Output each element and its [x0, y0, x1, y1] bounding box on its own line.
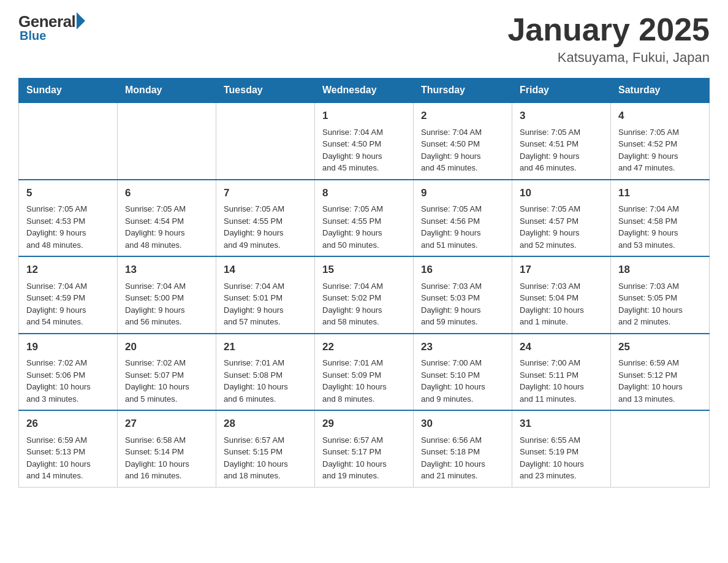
- day-info: Sunrise: 7:00 AM: [520, 357, 603, 369]
- day-info: and 19 minutes.: [322, 470, 406, 482]
- day-info: and 57 minutes.: [224, 316, 307, 328]
- day-info: Daylight: 9 hours: [125, 304, 208, 316]
- day-number: 29: [322, 416, 406, 432]
- day-info: Sunset: 5:02 PM: [322, 292, 406, 304]
- day-number: 18: [618, 262, 702, 278]
- day-info: Daylight: 10 hours: [125, 458, 208, 470]
- calendar-cell: 26Sunrise: 6:59 AMSunset: 5:13 PMDayligh…: [19, 410, 118, 487]
- day-info: Daylight: 9 hours: [26, 304, 110, 316]
- day-info: Sunset: 5:00 PM: [125, 292, 208, 304]
- location: Katsuyama, Fukui, Japan: [507, 50, 710, 66]
- page-header: General Blue January 2025 Katsuyama, Fuk…: [18, 12, 710, 66]
- calendar-week-4: 19Sunrise: 7:02 AMSunset: 5:06 PMDayligh…: [19, 334, 710, 411]
- day-info: and 21 minutes.: [421, 470, 504, 482]
- day-info: Daylight: 10 hours: [618, 381, 702, 393]
- day-info: and 56 minutes.: [125, 316, 208, 328]
- calendar-cell: 21Sunrise: 7:01 AMSunset: 5:08 PMDayligh…: [216, 334, 315, 411]
- day-info: and 58 minutes.: [322, 316, 406, 328]
- day-info: and 13 minutes.: [618, 393, 702, 405]
- day-number: 19: [26, 339, 110, 355]
- calendar-cell: 28Sunrise: 6:57 AMSunset: 5:15 PMDayligh…: [216, 410, 315, 487]
- day-number: 25: [618, 339, 702, 355]
- day-info: Sunset: 4:59 PM: [26, 292, 110, 304]
- calendar-header-monday: Monday: [118, 79, 216, 103]
- day-info: Daylight: 9 hours: [520, 227, 603, 239]
- day-number: 23: [421, 339, 504, 355]
- calendar-cell: 13Sunrise: 7:04 AMSunset: 5:00 PMDayligh…: [118, 256, 216, 334]
- calendar-cell: 15Sunrise: 7:04 AMSunset: 5:02 PMDayligh…: [315, 256, 414, 334]
- day-info: Sunrise: 7:05 AM: [322, 203, 406, 215]
- day-info: Sunset: 5:18 PM: [421, 446, 504, 458]
- calendar-cell: 2Sunrise: 7:04 AMSunset: 4:50 PMDaylight…: [414, 102, 512, 180]
- day-info: Sunrise: 7:02 AM: [125, 357, 208, 369]
- day-info: and 49 minutes.: [224, 239, 307, 251]
- day-info: Sunset: 4:50 PM: [421, 138, 504, 150]
- day-info: Sunrise: 7:05 AM: [421, 203, 504, 215]
- day-info: Sunset: 4:55 PM: [224, 215, 307, 228]
- day-number: 30: [421, 416, 504, 432]
- day-info: Sunrise: 7:04 AM: [125, 280, 208, 293]
- calendar-header-row: SundayMondayTuesdayWednesdayThursdayFrid…: [19, 79, 710, 103]
- calendar-cell: 31Sunrise: 6:55 AMSunset: 5:19 PMDayligh…: [512, 410, 611, 487]
- day-info: Sunset: 4:50 PM: [322, 138, 406, 150]
- title-section: January 2025 Katsuyama, Fukui, Japan: [507, 12, 710, 66]
- day-info: Daylight: 9 hours: [618, 150, 702, 163]
- calendar-header-saturday: Saturday: [611, 79, 710, 103]
- day-number: 4: [618, 108, 702, 124]
- calendar-cell: [611, 410, 710, 487]
- day-info: and 50 minutes.: [322, 239, 406, 251]
- day-info: and 1 minute.: [520, 316, 603, 328]
- day-number: 17: [520, 262, 603, 278]
- day-number: 8: [322, 185, 406, 201]
- day-info: and 48 minutes.: [125, 239, 208, 251]
- calendar-week-2: 5Sunrise: 7:05 AMSunset: 4:53 PMDaylight…: [19, 180, 710, 257]
- day-info: Daylight: 10 hours: [224, 381, 307, 393]
- day-info: Sunrise: 7:04 AM: [322, 126, 406, 139]
- day-number: 11: [618, 185, 702, 201]
- day-info: Sunrise: 7:05 AM: [26, 203, 110, 215]
- day-number: 22: [322, 339, 406, 355]
- day-info: and 52 minutes.: [520, 239, 603, 251]
- day-info: Sunrise: 6:55 AM: [520, 434, 603, 446]
- day-info: Daylight: 9 hours: [618, 227, 702, 239]
- day-info: Sunrise: 7:02 AM: [26, 357, 110, 369]
- calendar-cell: 23Sunrise: 7:00 AMSunset: 5:10 PMDayligh…: [414, 334, 512, 411]
- calendar-week-3: 12Sunrise: 7:04 AMSunset: 4:59 PMDayligh…: [19, 256, 710, 334]
- day-info: Sunset: 5:11 PM: [520, 369, 603, 381]
- day-number: 12: [26, 262, 110, 278]
- day-info: and 46 minutes.: [520, 162, 603, 174]
- day-info: and 2 minutes.: [618, 316, 702, 328]
- calendar-cell: 29Sunrise: 6:57 AMSunset: 5:17 PMDayligh…: [315, 410, 414, 487]
- day-info: Daylight: 9 hours: [26, 227, 110, 239]
- day-number: 16: [421, 262, 504, 278]
- day-info: and 54 minutes.: [26, 316, 110, 328]
- month-title: January 2025: [507, 12, 710, 47]
- day-info: Sunset: 4:55 PM: [322, 215, 406, 228]
- day-number: 31: [520, 416, 603, 432]
- day-info: and 45 minutes.: [322, 162, 406, 174]
- day-info: Sunset: 5:01 PM: [224, 292, 307, 304]
- day-info: Daylight: 9 hours: [224, 304, 307, 316]
- day-info: Daylight: 9 hours: [421, 304, 504, 316]
- day-info: Sunrise: 6:59 AM: [26, 434, 110, 446]
- day-number: 7: [224, 185, 307, 201]
- day-number: 9: [421, 185, 504, 201]
- day-info: Sunrise: 7:04 AM: [26, 280, 110, 293]
- day-info: Sunrise: 6:56 AM: [421, 434, 504, 446]
- day-info: Sunrise: 7:05 AM: [520, 126, 603, 139]
- calendar-cell: 11Sunrise: 7:04 AMSunset: 4:58 PMDayligh…: [611, 180, 710, 257]
- calendar-cell: 27Sunrise: 6:58 AMSunset: 5:14 PMDayligh…: [118, 410, 216, 487]
- day-info: Sunset: 5:12 PM: [618, 369, 702, 381]
- calendar-cell: 14Sunrise: 7:04 AMSunset: 5:01 PMDayligh…: [216, 256, 315, 334]
- day-info: Sunrise: 7:01 AM: [224, 357, 307, 369]
- day-info: Daylight: 10 hours: [520, 381, 603, 393]
- day-info: Sunrise: 6:57 AM: [224, 434, 307, 446]
- day-info: Sunset: 4:51 PM: [520, 138, 603, 150]
- day-info: Sunset: 5:08 PM: [224, 369, 307, 381]
- day-number: 27: [125, 416, 208, 432]
- day-info: Daylight: 10 hours: [125, 381, 208, 393]
- logo: General Blue: [18, 12, 88, 43]
- day-info: Sunrise: 7:03 AM: [618, 280, 702, 293]
- day-info: Sunrise: 6:57 AM: [322, 434, 406, 446]
- day-info: Sunrise: 7:04 AM: [618, 203, 702, 215]
